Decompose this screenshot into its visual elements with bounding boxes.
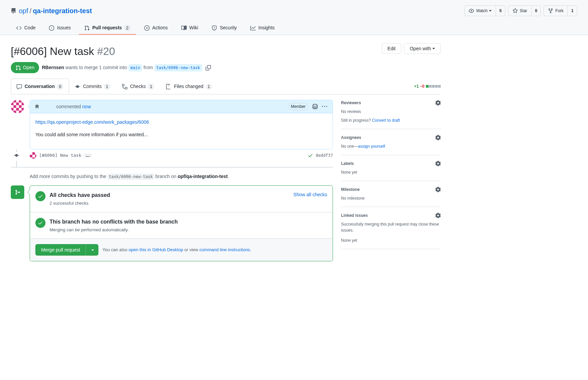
repo-title: opf / qa-integration-test [11, 6, 92, 16]
merge-dropdown-button[interactable] [86, 244, 98, 256]
merge-button[interactable]: Merge pull request [35, 244, 86, 256]
push-hint: Add more commits by pushing to the task/… [30, 173, 333, 180]
ellipsis-button[interactable]: … [84, 153, 92, 157]
copy-branch-button[interactable] [205, 64, 212, 71]
pr-meta-text: RBernsen wants to merge 1 commit into ma… [42, 64, 202, 71]
check-icon[interactable] [308, 153, 313, 158]
kebab-icon[interactable] [322, 104, 327, 109]
linked-title: Linked issues [341, 212, 368, 218]
reviewers-title: Reviewers [341, 100, 361, 106]
sidebar-labels: Labels None yet [341, 155, 441, 181]
gear-icon[interactable] [435, 187, 441, 192]
commit-sha[interactable]: 8eddf37 [316, 152, 333, 158]
convert-draft-link[interactable]: Convert to draft [372, 118, 400, 123]
star-count[interactable]: 0 [532, 5, 541, 16]
show-all-checks-link[interactable]: Show all checks [293, 191, 327, 198]
edit-button[interactable]: Edit [382, 43, 401, 54]
pr-title: [#6006] New task #20 [11, 43, 115, 59]
nav-pulls[interactable]: Pull requests 2 [79, 22, 136, 35]
star-button[interactable]: Star [508, 5, 532, 16]
nav-wiki[interactable]: Wiki [176, 22, 204, 35]
checks-title: All checks have passed [50, 191, 110, 199]
nav-security[interactable]: Security [206, 22, 242, 35]
merge-status-icon [11, 185, 24, 199]
linked-body: None yet [341, 237, 441, 243]
tab-commits[interactable]: Commits 1 [69, 79, 116, 94]
pr-author[interactable]: RBernsen [42, 65, 64, 70]
tab-conversation-label: Conversation [25, 83, 55, 90]
pr-tabs: Conversation 0 Commits 1 Checks 1 ± File… [11, 79, 441, 94]
open-with-button[interactable]: Open with [404, 43, 441, 54]
open-with-label: Open with [410, 45, 431, 52]
watch-label: Watch [476, 7, 488, 14]
cli-instructions-link[interactable]: command line instructions [199, 247, 250, 252]
labels-body: None yet [341, 169, 441, 175]
check-circle-icon [35, 191, 45, 201]
merge-alt-text: You can also open this in GitHub Desktop… [102, 246, 251, 253]
commit-message[interactable]: [#6006] New task [39, 152, 81, 159]
nav-insights[interactable]: Insights [245, 22, 280, 35]
tab-files[interactable]: ± Files changed 1 [160, 79, 218, 94]
repo-nav: Code Issues Pull requests 2 Actions Wiki… [11, 22, 577, 35]
watch-count[interactable]: 5 [496, 5, 505, 16]
comment-link[interactable]: https://qa.openproject-edge.com/work_pac… [35, 119, 149, 125]
head-branch[interactable]: task/6006-new-task [154, 64, 202, 71]
assignees-title: Assignees [341, 135, 361, 141]
gear-icon[interactable] [435, 213, 441, 218]
tab-conversation[interactable]: Conversation 0 [11, 79, 69, 94]
nav-insights-label: Insights [258, 24, 275, 31]
tab-commits-label: Commits [83, 83, 101, 90]
comment-body: https://qa.openproject-edge.com/work_pac… [30, 113, 333, 149]
push-hint-repo: opf/qa-integration-test [178, 174, 228, 179]
open-desktop-link[interactable]: open this in GitHub Desktop [129, 247, 183, 252]
nav-code[interactable]: Code [11, 22, 41, 35]
avatar[interactable] [11, 100, 24, 113]
nav-actions[interactable]: Actions [139, 22, 173, 35]
comment-author[interactable]: R [35, 104, 39, 109]
sidebar-reviewers: Reviewers No reviews Still in progress? … [341, 100, 441, 129]
emoji-icon[interactable] [312, 104, 318, 109]
repo-owner-link[interactable]: opf [19, 6, 28, 16]
star-label: Star [520, 7, 527, 14]
checks-subtitle: 2 successful checks [50, 200, 110, 207]
diff-blocks [426, 84, 441, 89]
nav-pulls-count: 2 [124, 25, 131, 31]
state-badge: Open [11, 62, 39, 73]
avatar[interactable] [30, 152, 36, 159]
sidebar-linked-issues: Linked issues Successfully merging this … [341, 207, 441, 249]
milestone-body: No milestone [341, 195, 441, 201]
repo-name-link[interactable]: qa-integration-test [33, 6, 92, 16]
reviewers-line1: No reviews [341, 109, 441, 115]
diff-additions: +1 [414, 84, 419, 89]
tab-commits-count: 1 [104, 84, 111, 90]
tab-checks-count: 1 [148, 84, 154, 90]
merge-container: All checks have passed 2 successful chec… [11, 185, 333, 261]
assign-yourself-link[interactable]: assign yourself [358, 144, 385, 149]
watch-button[interactable]: Watch [464, 5, 496, 16]
nav-issues[interactable]: Issues [43, 22, 76, 35]
fork-count[interactable]: 1 [568, 5, 577, 16]
nav-issues-label: Issues [57, 24, 70, 31]
tab-checks-label: Checks [130, 83, 146, 90]
base-branch[interactable]: main [128, 64, 142, 71]
nav-code-label: Code [24, 24, 35, 31]
check-circle-icon [35, 218, 45, 228]
svg-point-0 [51, 27, 52, 28]
diff-deletions: −0 [420, 84, 425, 89]
repo-actions: Watch 5 Star 0 Fork 1 [464, 5, 577, 16]
fork-button[interactable]: Fork [544, 5, 568, 16]
tab-checks[interactable]: Checks 1 [116, 79, 160, 94]
linked-desc: Successfully merging this pull request m… [341, 221, 441, 233]
comment-time-link[interactable]: now [82, 104, 91, 109]
caret-down-icon [91, 250, 94, 251]
timeline-comment: R commented now Member https://qa.openpr… [11, 100, 333, 149]
gear-icon[interactable] [435, 161, 441, 166]
state-label: Open [23, 64, 34, 71]
caret-down-icon [432, 48, 435, 49]
gear-icon[interactable] [435, 135, 441, 140]
gear-icon[interactable] [435, 100, 441, 106]
diffstat: +1 −0 [414, 83, 441, 89]
commit-icon [14, 152, 19, 161]
tab-files-count: 1 [206, 84, 212, 90]
repo-header: opf / qa-integration-test Watch 5 Star 0 [0, 0, 588, 35]
